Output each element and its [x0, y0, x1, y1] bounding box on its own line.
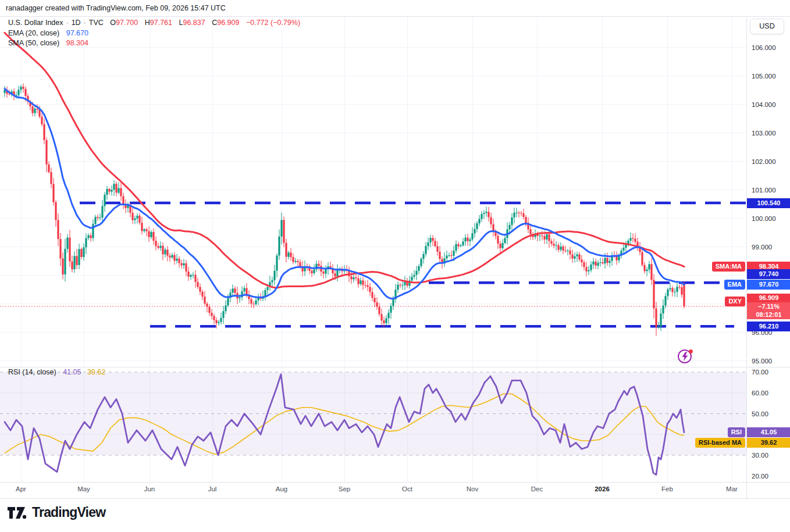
time-axis-label: Mar	[714, 485, 749, 492]
open-value: 97.700	[116, 19, 138, 27]
chart-canvas[interactable]	[0, 0, 746, 498]
candle	[180, 260, 182, 269]
symbol-row[interactable]: U.S. Dollar Index·1D·TVC O97.700 H97.761…	[8, 18, 300, 28]
pane-divider[interactable]	[0, 367, 790, 367]
time-axis-label: May	[66, 485, 101, 492]
tradingview-logo[interactable]: TradingView	[7, 505, 105, 520]
rsi-tick: 70.00	[752, 368, 768, 376]
candle	[171, 253, 173, 259]
candle	[43, 119, 45, 144]
candle	[590, 261, 592, 272]
rsi-label[interactable]: RSI (14, close)	[8, 368, 56, 376]
candle	[252, 301, 254, 308]
candle	[48, 162, 49, 174]
time-axis-label: Jun	[132, 485, 167, 492]
candle	[250, 296, 252, 308]
rsi-legend[interactable]: RSI (14, close) 41.05 39.62	[8, 368, 105, 376]
candle	[541, 231, 543, 241]
candle	[45, 137, 47, 172]
candle	[292, 253, 294, 265]
candle	[169, 253, 170, 262]
rsi-ma-tag: RSI-based MA	[695, 438, 745, 448]
candle	[525, 215, 526, 227]
candle	[304, 260, 305, 276]
flash-event-icon[interactable]	[676, 347, 695, 365]
candle	[227, 294, 229, 308]
candle	[583, 260, 585, 270]
candle	[297, 259, 298, 267]
price-tick: 103.000	[752, 129, 776, 137]
candle	[173, 252, 175, 265]
candle	[574, 252, 575, 263]
ema-value: 97.670	[66, 29, 88, 37]
candle	[443, 252, 445, 267]
candle	[118, 183, 119, 195]
ema-legend-row[interactable]: EMA (20, close) 97.670	[8, 28, 300, 39]
candle	[557, 242, 559, 252]
candle	[602, 258, 603, 265]
symbol-legend[interactable]: U.S. Dollar Index·1D·TVC O97.700 H97.761…	[8, 18, 300, 49]
price-tick: 102.000	[752, 158, 776, 166]
candle	[66, 234, 68, 253]
ema-price-badge: 97.670	[747, 280, 790, 290]
candle	[636, 238, 638, 251]
candle	[615, 251, 617, 265]
candle	[204, 291, 205, 306]
rsi-tag: RSI	[728, 427, 745, 437]
candle	[278, 230, 280, 260]
candle	[380, 309, 382, 326]
price-scale[interactable]: USD 106.000105.000104.000103.000102.0001…	[746, 16, 790, 498]
time-axis-label: Nov	[455, 485, 490, 492]
candle	[138, 213, 140, 225]
low-value: 96.837	[183, 19, 205, 27]
candle	[397, 281, 398, 293]
symbol-title[interactable]: U.S. Dollar Index	[8, 19, 63, 27]
candle	[313, 265, 315, 275]
candle	[360, 277, 361, 286]
time-axis-label: Dec	[519, 485, 554, 492]
price-tick: 104.000	[752, 101, 776, 109]
rsi-value: 41.05	[63, 368, 81, 376]
dxy-tag: DXY	[725, 297, 745, 306]
candle	[420, 257, 422, 269]
candle	[294, 258, 296, 264]
candle	[197, 278, 198, 289]
candle	[485, 206, 487, 216]
price-tick: 95.000	[752, 357, 772, 365]
exchange-label[interactable]: TVC	[89, 19, 104, 27]
candle	[529, 226, 531, 240]
candle	[187, 267, 189, 281]
level-badge-100540: 100.540	[747, 198, 790, 208]
ema-label[interactable]: EMA (20, close)	[8, 29, 59, 37]
candle	[157, 242, 159, 249]
interval-label[interactable]: 1D	[72, 19, 81, 27]
candle	[183, 259, 184, 269]
candle	[497, 232, 499, 249]
candle	[332, 264, 333, 279]
candle	[199, 283, 201, 295]
candle	[315, 260, 317, 272]
candle	[504, 235, 506, 244]
candle	[162, 242, 163, 260]
candle	[90, 233, 91, 242]
candle	[674, 288, 675, 297]
candle	[134, 216, 136, 224]
candle	[576, 252, 578, 262]
candle	[92, 219, 94, 241]
candle	[422, 251, 424, 263]
candle	[676, 282, 678, 297]
sma-label[interactable]: SMA (50, close)	[8, 39, 59, 47]
candle	[429, 235, 431, 248]
candle	[608, 258, 610, 267]
currency-toggle-button[interactable]: USD	[750, 19, 784, 34]
candle	[522, 209, 524, 220]
time-axis-label: Sep	[327, 485, 362, 492]
close-value: 96.909	[217, 19, 239, 27]
candle	[311, 269, 312, 277]
candle	[285, 239, 287, 263]
candle	[655, 302, 657, 335]
tradingview-logo-icon	[7, 505, 28, 520]
time-scale[interactable]: AprMayJunJulAugSepOctNovDec2026FebMar	[0, 482, 746, 498]
sma-legend-row[interactable]: SMA (50, close) 98.304	[8, 38, 300, 49]
candle	[499, 241, 501, 253]
